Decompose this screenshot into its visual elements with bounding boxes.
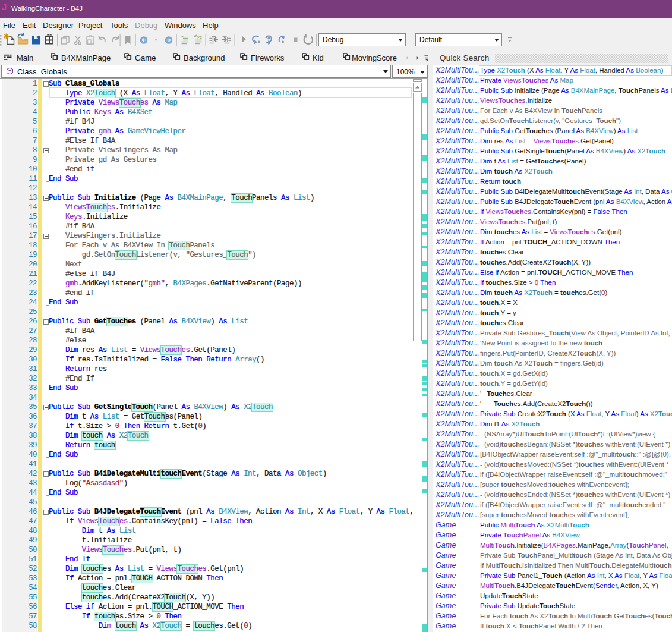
svg-text:2: 2 (197, 34, 200, 40)
